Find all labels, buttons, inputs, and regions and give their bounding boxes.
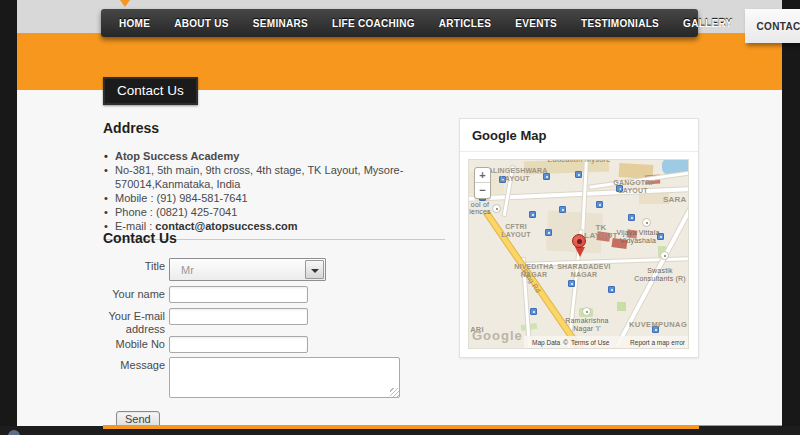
- transit-icon: [545, 229, 552, 236]
- zoom-out-button[interactable]: −: [475, 183, 490, 198]
- transit-icon: [575, 171, 582, 178]
- terms-of-use-link[interactable]: Terms of Use: [571, 339, 609, 346]
- transit-icon: [559, 206, 566, 213]
- transit-icon: [628, 214, 635, 221]
- name-input[interactable]: [169, 286, 308, 303]
- mobile-label: Mobile No: [103, 338, 165, 351]
- google-map[interactable]: Education Mysore DALINGESHWARA LAYOUT GA…: [468, 159, 689, 349]
- transit-icon: [529, 211, 536, 218]
- map-data-label: Map Data: [532, 339, 560, 346]
- footer-gray-line: [699, 425, 782, 426]
- contact-form-heading: Contact Us: [103, 230, 448, 246]
- title-select[interactable]: Mr: [169, 258, 326, 281]
- map-label-sara: SARA: [663, 196, 689, 204]
- title-label: Title: [103, 260, 165, 273]
- park-poi-icon: [582, 307, 591, 316]
- transit-icon: [608, 286, 615, 293]
- map-zoom-control: + −: [474, 167, 491, 199]
- address-item-academy: Atop Success Academy: [103, 149, 449, 163]
- poi-icon: [642, 218, 651, 227]
- map-label-education-mysore: Education Mysore: [539, 159, 619, 164]
- map-label-kuvempunagar: KUVEMPUNAG: [629, 321, 689, 329]
- nav-item-gallery[interactable]: GALLERY: [671, 9, 745, 37]
- transit-icon: [568, 280, 575, 287]
- address-heading: Address: [103, 120, 449, 136]
- page-title: Contact Us: [103, 77, 198, 105]
- address-list: Atop Success Academy No-381, 5th main, 9…: [103, 149, 449, 233]
- map-label-vijaya-vittala: Vijaya Vittala Vidyashala: [609, 229, 667, 244]
- name-label: Your name: [103, 288, 165, 301]
- map-label-school: ool of iences: [468, 201, 492, 215]
- message-label: Message: [103, 359, 165, 372]
- transit-icon: [530, 308, 537, 315]
- nav-item-contact-us[interactable]: CONTACT US: [745, 9, 800, 43]
- main-nav: HOME ABOUT US SEMINARS LIFE COACHING ART…: [101, 9, 698, 37]
- report-map-error-link[interactable]: Report a map error: [630, 339, 685, 346]
- map-label-sharadadevi: SHARADADEVI NAGAR: [553, 263, 615, 278]
- zoom-in-button[interactable]: +: [475, 168, 490, 183]
- email-input[interactable]: [169, 308, 308, 325]
- map-label-niveditha: NIVEDITHA NAGAR: [509, 263, 559, 278]
- footer-orange-line: [103, 425, 699, 429]
- map-label-gangotri: GANGOTRI LAYOUT: [607, 179, 659, 194]
- nav-item-about-us[interactable]: ABOUT US: [162, 9, 241, 37]
- map-panel-heading: Google Map: [460, 119, 698, 152]
- poi-icon: [492, 204, 501, 213]
- nav-item-seminars[interactable]: SEMINARS: [241, 9, 320, 37]
- nav-item-testimonials[interactable]: TESTIMONIALS: [569, 9, 671, 37]
- map-label-swastik: Swastik Consultants (R): [632, 267, 688, 282]
- nav-item-articles[interactable]: ARTICLES: [427, 9, 503, 37]
- nav-item-home[interactable]: HOME: [107, 9, 162, 37]
- nav-item-events[interactable]: EVENTS: [503, 9, 569, 37]
- map-label-cftri: CFTRI LAYOUT: [495, 223, 537, 238]
- mobile-input[interactable]: [169, 336, 308, 353]
- poi-icon: [660, 251, 669, 260]
- title-select-wrap: Mr: [169, 258, 326, 281]
- address-item-phone: Phone : (0821) 425-7041: [103, 205, 449, 219]
- address-item-street: No-381, 5th main, 9th cross, 4th stage, …: [103, 163, 449, 191]
- footer-icon: [8, 430, 20, 435]
- address-section: Address Atop Success Academy No-381, 5th…: [103, 120, 449, 240]
- top-arrow-icon: [120, 0, 130, 7]
- transit-icon: [596, 201, 603, 208]
- left-frame-strip: [0, 0, 17, 435]
- map-attribution: Map Data © Terms of Use Report a map err…: [524, 336, 688, 348]
- page: HOME ABOUT US SEMINARS LIFE COACHING ART…: [0, 0, 800, 435]
- map-marker-icon[interactable]: [572, 234, 587, 258]
- map-park-patch: [617, 302, 626, 311]
- map-label-ramakrishna: Ramakrishna Nagar 'I': [562, 317, 612, 332]
- email-label: Your E-mail address: [103, 310, 165, 336]
- right-frame-strip: [782, 0, 800, 435]
- copyright-symbol: ©: [563, 339, 568, 346]
- contact-form: Contact Us Title Mr Your name Your E-mai…: [103, 230, 448, 410]
- google-map-panel: Google Map: [459, 118, 699, 358]
- address-item-mobile: Mobile : (91) 984-581-7641: [103, 191, 449, 205]
- google-watermark: Google: [472, 328, 523, 343]
- message-textarea[interactable]: [169, 357, 400, 398]
- nav-item-life-coaching[interactable]: LIFE COACHING: [320, 9, 427, 37]
